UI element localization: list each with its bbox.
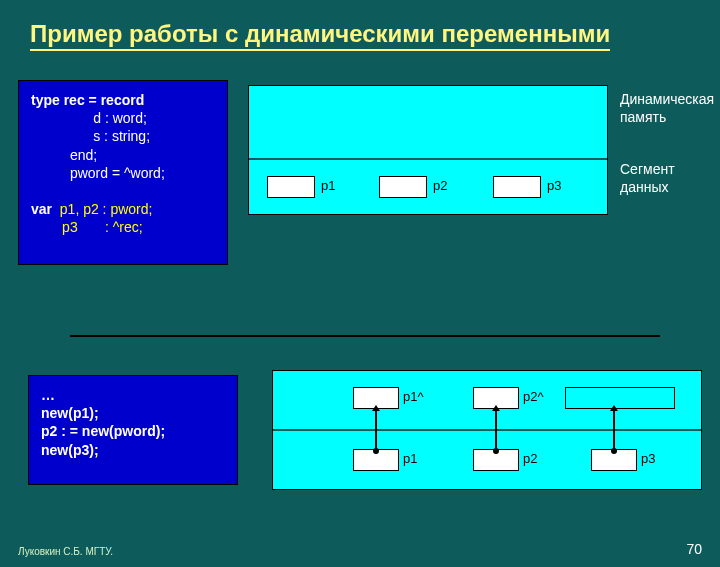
heap-label-p2caret: p2^ (523, 389, 544, 404)
data-label-p1: p1 (403, 451, 417, 466)
code-new-calls: … new(p1); p2 : = new(pword); new(p3); (41, 386, 225, 459)
memory-diagram-before: p1 p2 p3 (248, 85, 608, 215)
section-divider (70, 335, 660, 337)
ptr-cell-p1 (267, 176, 315, 198)
heap-label-p1caret: p1^ (403, 389, 424, 404)
ptr-label-p2: p2 (433, 178, 447, 193)
segment-divider (249, 158, 607, 160)
ptr-label-p1: p1 (321, 178, 335, 193)
ptr-cell-p2 (379, 176, 427, 198)
code-declarations: type rec = record d : word; s : string; … (31, 91, 215, 237)
data-label-p2: p2 (523, 451, 537, 466)
arrow-p3 (613, 411, 615, 451)
label-dynamic-memory: Динамическая память (620, 90, 720, 126)
arrow-p1 (375, 411, 377, 451)
memory-diagram-after: p1^ p2^ p1 p2 p3 (272, 370, 702, 490)
data-label-p3: p3 (641, 451, 655, 466)
segment-divider-2 (273, 429, 701, 431)
ptr-label-p3: p3 (547, 178, 561, 193)
slide-title: Пример работы с динамическими переменным… (30, 20, 610, 51)
footer-author: Луковкин С.Б. МГТУ. (18, 546, 113, 557)
code-block-new: … new(p1); p2 : = new(pword); new(p3); (28, 375, 238, 485)
code-block-declarations: type rec = record d : word; s : string; … (18, 80, 228, 265)
page-number: 70 (686, 541, 702, 557)
label-data-segment: Сегмент данных (620, 160, 710, 196)
arrow-p2 (495, 411, 497, 451)
ptr-cell-p3 (493, 176, 541, 198)
heap-cell-p3 (565, 387, 675, 409)
